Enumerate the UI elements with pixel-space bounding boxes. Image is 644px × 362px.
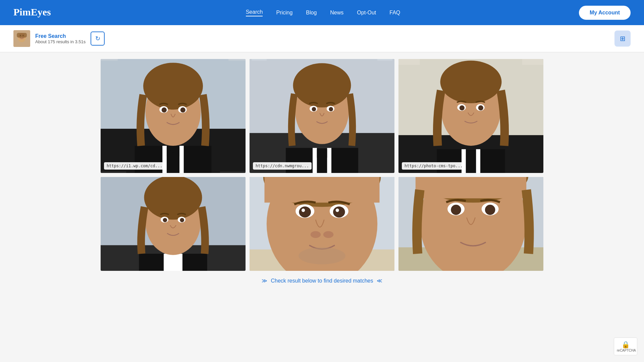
svg-point-18 [162,108,167,113]
svg-point-69 [299,206,311,218]
svg-point-74 [323,231,333,238]
header: PimEyes Search Pricing Blog News Opt-Out… [0,0,644,25]
chevron-left-icon: ≫ [262,278,267,284]
result-card-4[interactable] [101,177,246,271]
result-card-3[interactable]: https://photo-cms-tpo... [398,59,543,173]
free-search-label: Free Search [35,33,86,39]
result-card-1[interactable]: https://i1.wp.com/cd... [101,59,246,173]
chevron-right-icon: ≪ [377,278,382,284]
svg-rect-23 [220,171,246,173]
url-badge-1: https://i1.wp.com/cd... [104,162,165,170]
grid-toggle-button[interactable]: ⊞ [614,31,631,47]
svg-point-35 [312,107,316,111]
svg-point-61 [180,218,184,222]
refresh-icon: ↻ [95,35,100,42]
svg-rect-22 [101,171,126,173]
my-account-button[interactable]: My Account [579,6,631,20]
svg-point-70 [333,206,345,218]
result-card-5[interactable] [250,177,394,271]
svg-rect-51 [522,59,543,65]
svg-text:PimEyes: PimEyes [13,6,51,17]
result-image-5 [250,177,394,271]
nav-optout[interactable]: Opt-Out [357,10,376,16]
result-card-6[interactable] [398,177,543,271]
search-bar-area: Free Search About 175 results in 3.51s ↻… [0,25,644,52]
nav-faq[interactable]: FAQ [389,10,400,16]
result-image-6 [398,177,543,271]
result-image-4 [101,177,246,271]
svg-point-19 [180,108,185,113]
svg-point-60 [163,218,167,222]
svg-rect-6 [17,33,27,38]
svg-point-32 [293,63,351,107]
svg-point-84 [485,205,495,215]
url-badge-3: https://photo-cms-tpo... [402,162,465,170]
svg-point-75 [299,247,345,264]
svg-point-36 [329,107,333,111]
svg-point-45 [440,61,502,103]
result-image-1 [101,59,246,173]
svg-rect-21 [228,59,246,61]
svg-rect-38 [377,59,392,61]
main-content: https://i1.wp.com/cd... [87,52,557,297]
nav-news[interactable]: News [330,10,343,16]
svg-point-83 [451,205,461,215]
svg-point-73 [311,231,321,238]
check-result-text: Check result below to find desired match… [271,278,373,284]
svg-point-15 [143,63,203,110]
svg-point-72 [336,208,339,212]
result-image-2 [250,59,394,173]
svg-point-71 [302,208,305,212]
svg-rect-66 [264,177,379,202]
navigation: Search Pricing Blog News Opt-Out FAQ [246,9,400,16]
result-image-3 [398,59,543,173]
image-grid: https://i1.wp.com/cd... [101,59,543,271]
nav-blog[interactable]: Blog [306,10,317,16]
url-badge-2: https://cdn.nwmgrou... [253,162,312,170]
search-info: Free Search About 175 results in 3.51s ↻ [13,30,105,47]
svg-rect-80 [416,177,526,198]
result-count: About 175 results in 3.51s [35,39,86,44]
svg-rect-20 [101,59,118,61]
result-card-2[interactable]: https://cdn.nwmgrou... [250,59,394,173]
svg-rect-55 [164,254,182,271]
svg-point-48 [460,105,465,110]
logo[interactable]: PimEyes [13,5,67,20]
grid-icon: ⊞ [620,35,626,43]
bottom-message: ≫ Check result below to find desired mat… [101,271,543,291]
refresh-button[interactable]: ↻ [91,32,105,46]
svg-rect-37 [252,59,266,61]
search-face-thumbnail[interactable] [13,30,30,47]
nav-search[interactable]: Search [246,9,263,16]
nav-pricing[interactable]: Pricing [276,10,292,16]
svg-rect-43 [466,149,476,173]
search-text-info: Free Search About 175 results in 3.51s [35,33,86,44]
svg-point-57 [144,177,202,220]
svg-rect-50 [398,59,420,65]
svg-point-49 [478,105,483,110]
